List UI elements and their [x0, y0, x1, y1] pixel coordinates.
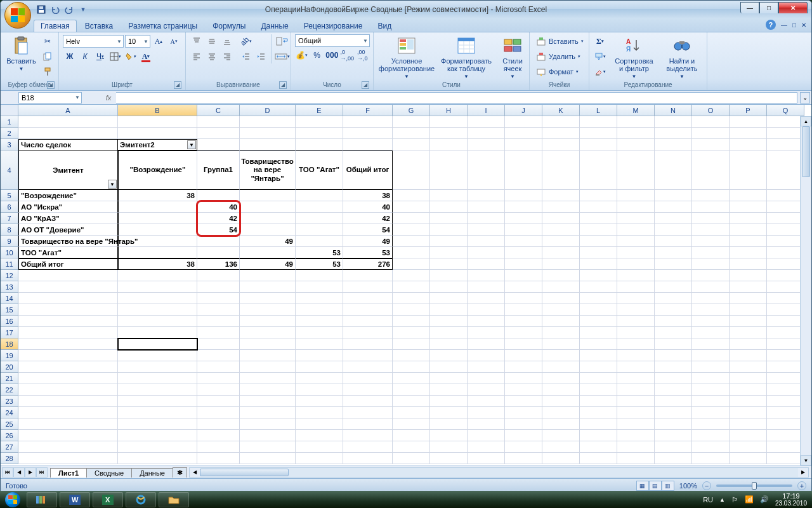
cell-M8[interactable]: [617, 224, 655, 236]
cell-A7[interactable]: АО "КрАЗ": [18, 213, 118, 224]
cell-M20[interactable]: [617, 361, 655, 373]
cell-F23[interactable]: [343, 396, 393, 407]
cell-D14[interactable]: [240, 293, 296, 304]
font-color-button[interactable]: A▾: [139, 50, 153, 64]
row-header-8[interactable]: 8: [1, 224, 18, 236]
decrease-indent-button[interactable]: [239, 50, 253, 64]
cell-J13[interactable]: [505, 281, 542, 293]
cell-N8[interactable]: [655, 224, 692, 236]
cell-G1[interactable]: [393, 116, 430, 128]
cell-I13[interactable]: [468, 281, 505, 293]
cell-Q6[interactable]: [767, 201, 804, 213]
cell-C10[interactable]: [197, 247, 240, 258]
font-size-combo[interactable]: 10▼: [125, 35, 150, 48]
cell-A23[interactable]: [18, 396, 118, 407]
cell-M4[interactable]: [617, 150, 655, 190]
cell-B21[interactable]: [118, 373, 197, 384]
cell-N12[interactable]: [655, 270, 692, 281]
cell-G21[interactable]: [393, 373, 430, 384]
cell-O11[interactable]: [692, 258, 730, 270]
save-icon[interactable]: [36, 4, 46, 15]
cell-G4[interactable]: [393, 150, 430, 190]
cell-N26[interactable]: [655, 430, 692, 441]
office-button[interactable]: [4, 2, 31, 29]
cell-L27[interactable]: [580, 441, 617, 453]
cell-A9[interactable]: Товарищество на вере "Янтарь": [18, 236, 118, 247]
cell-C2[interactable]: [197, 128, 240, 139]
cell-B28[interactable]: [118, 453, 197, 464]
spreadsheet-grid[interactable]: ABCDEFGHIJKLMNOPQ 1234567891011121314151…: [1, 105, 811, 465]
cell-B3[interactable]: Эмитент2: [118, 139, 197, 150]
cell-C3[interactable]: [197, 139, 240, 150]
cell-N4[interactable]: [655, 150, 692, 190]
cell-N19[interactable]: [655, 350, 692, 361]
vertical-scrollbar[interactable]: ▲ ▼: [800, 116, 811, 465]
cell-M1[interactable]: [617, 116, 655, 128]
cell-D24[interactable]: [240, 407, 296, 418]
row-header-24[interactable]: 24: [1, 407, 18, 418]
col-header-L[interactable]: L: [580, 105, 617, 116]
col-header-I[interactable]: I: [468, 105, 505, 116]
close-button[interactable]: ✕: [778, 2, 808, 13]
sheet-tab-2[interactable]: Данные: [131, 468, 173, 478]
row-header-28[interactable]: 28: [1, 453, 18, 464]
border-button[interactable]: ▾: [108, 50, 122, 64]
cell-E12[interactable]: [296, 270, 343, 281]
cell-M7[interactable]: [617, 213, 655, 224]
cell-P1[interactable]: [730, 116, 767, 128]
cell-P4[interactable]: [730, 150, 767, 190]
cell-K19[interactable]: [542, 350, 580, 361]
cell-C24[interactable]: [197, 407, 240, 418]
cell-C4[interactable]: Группа1: [197, 150, 240, 190]
cell-K6[interactable]: [542, 201, 580, 213]
cell-J22[interactable]: [505, 384, 542, 396]
cell-E7[interactable]: [296, 213, 343, 224]
cell-J6[interactable]: [505, 201, 542, 213]
cell-I11[interactable]: [468, 258, 505, 270]
cell-Q22[interactable]: [767, 384, 804, 396]
cell-F28[interactable]: [343, 453, 393, 464]
cell-B14[interactable]: [118, 293, 197, 304]
fill-color-button[interactable]: ▾: [124, 50, 138, 64]
cell-D17[interactable]: [240, 327, 296, 338]
cell-K11[interactable]: [542, 258, 580, 270]
cell-C25[interactable]: [197, 418, 240, 430]
cell-I28[interactable]: [468, 453, 505, 464]
cell-D4[interactable]: Товарищество на вере "Янтарь": [240, 150, 296, 190]
cell-A16[interactable]: [18, 316, 118, 327]
cell-E15[interactable]: [296, 304, 343, 316]
col-header-J[interactable]: J: [505, 105, 542, 116]
cell-G28[interactable]: [393, 453, 430, 464]
cell-P25[interactable]: [730, 418, 767, 430]
cell-H15[interactable]: [430, 304, 468, 316]
cell-P22[interactable]: [730, 384, 767, 396]
sheet-last-icon[interactable]: ⏭: [36, 467, 48, 478]
cell-A8[interactable]: АО ОТ "Доверие": [18, 224, 118, 236]
cell-M6[interactable]: [617, 201, 655, 213]
cell-A20[interactable]: [18, 361, 118, 373]
merge-button[interactable]: ▾: [274, 50, 291, 64]
cell-I1[interactable]: [468, 116, 505, 128]
col-header-Q[interactable]: Q: [767, 105, 804, 116]
row-header-3[interactable]: 3: [1, 139, 18, 150]
cell-F20[interactable]: [343, 361, 393, 373]
cell-N9[interactable]: [655, 236, 692, 247]
cell-F19[interactable]: [343, 350, 393, 361]
cell-O13[interactable]: [692, 281, 730, 293]
align-top-button[interactable]: [190, 34, 204, 48]
cell-H14[interactable]: [430, 293, 468, 304]
cell-J2[interactable]: [505, 128, 542, 139]
font-name-combo[interactable]: Helv▼: [63, 35, 124, 48]
row-header-16[interactable]: 16: [1, 316, 18, 327]
cell-E5[interactable]: [296, 190, 343, 201]
cell-G16[interactable]: [393, 316, 430, 327]
cell-F4[interactable]: Общий итог: [343, 150, 393, 190]
cell-L19[interactable]: [580, 350, 617, 361]
cell-O6[interactable]: [692, 201, 730, 213]
cell-F6[interactable]: 40: [343, 201, 393, 213]
cell-I6[interactable]: [468, 201, 505, 213]
row-header-14[interactable]: 14: [1, 293, 18, 304]
cell-O28[interactable]: [692, 453, 730, 464]
col-header-D[interactable]: D: [240, 105, 296, 116]
format-cells-button[interactable]: Формат▾: [534, 65, 586, 79]
